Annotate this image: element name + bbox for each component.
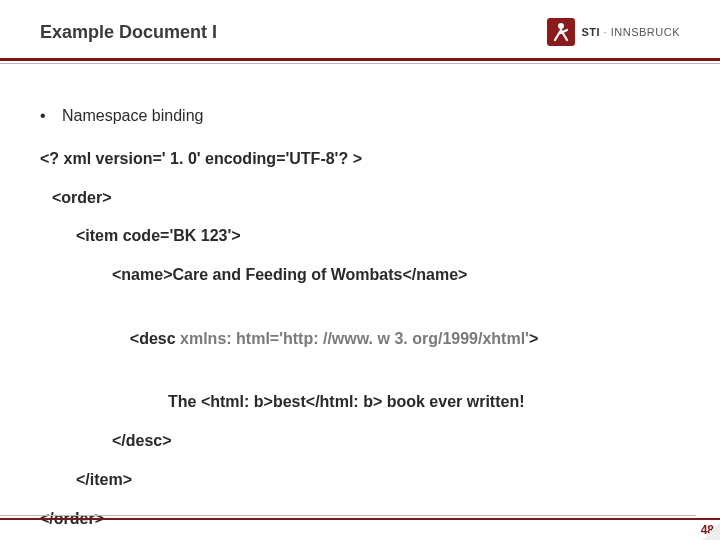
logo-sub: INNSBRUCK (611, 26, 680, 38)
logo-brand: STI (581, 26, 600, 38)
bullet-item: • Namespace binding (40, 104, 680, 129)
svg-point-0 (558, 23, 564, 29)
code-frag: > (529, 330, 538, 347)
slide-body: • Namespace binding <? xml version=' 1. … (0, 64, 720, 532)
code-line: </item> (40, 468, 680, 493)
slide-footer: 48 (0, 510, 720, 540)
bullet-text: Namespace binding (62, 104, 203, 129)
code-line: <order> (40, 186, 680, 211)
code-line: <desc xmlns: html='http: //www. w 3. org… (40, 302, 680, 376)
slide-title: Example Document I (40, 22, 217, 43)
code-frag: <desc (130, 330, 180, 347)
footer-rule (0, 518, 720, 521)
logo-sep: · (600, 26, 611, 38)
code-line: <? xml version=' 1. 0' encoding='UTF-8'?… (40, 147, 680, 172)
header-rule (0, 58, 720, 61)
code-line: <name>Care and Feeding of Wombats</name> (40, 263, 680, 288)
code-line: </desc> (40, 429, 680, 454)
logo: STI · INNSBRUCK (547, 18, 680, 46)
footer-thin-rule (0, 515, 696, 516)
bullet-marker: • (40, 104, 48, 129)
code-line: The <html: b>best</html: b> book ever wr… (40, 390, 680, 415)
code-namespace: xmlns: html='http: //www. w 3. org/1999/… (180, 330, 529, 347)
page-corner-icon (702, 522, 720, 540)
logo-badge-icon (547, 18, 575, 46)
slide-header: Example Document I STI · INNSBRUCK (0, 0, 720, 58)
code-line: <item code='BK 123'> (40, 224, 680, 249)
logo-text: STI · INNSBRUCK (581, 26, 680, 38)
